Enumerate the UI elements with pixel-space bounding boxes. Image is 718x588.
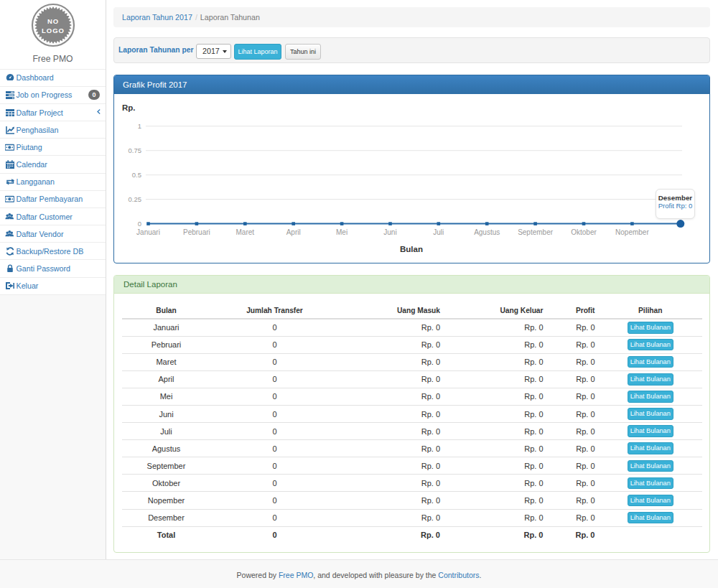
svg-text:Juli: Juli bbox=[433, 228, 444, 236]
svg-text:Bulan: Bulan bbox=[400, 245, 423, 253]
svg-text:Juni: Juni bbox=[383, 228, 396, 236]
svg-text:Agustus: Agustus bbox=[474, 228, 500, 236]
svg-text:Nopember: Nopember bbox=[615, 228, 649, 236]
svg-text:Maret: Maret bbox=[236, 228, 255, 236]
svg-text:0.75: 0.75 bbox=[129, 146, 142, 154]
svg-text:September: September bbox=[518, 228, 554, 236]
svg-text:Mei: Mei bbox=[336, 228, 348, 236]
svg-text:Oktober: Oktober bbox=[571, 228, 597, 236]
svg-text:April: April bbox=[286, 228, 301, 236]
svg-text:Rp.: Rp. bbox=[122, 103, 136, 112]
svg-text:NO: NO bbox=[47, 17, 59, 25]
svg-text:0.25: 0.25 bbox=[129, 195, 142, 203]
svg-text:0: 0 bbox=[138, 220, 141, 228]
svg-text:Januari: Januari bbox=[136, 228, 160, 236]
svg-text:Pebruari: Pebruari bbox=[183, 228, 210, 236]
svg-text:1: 1 bbox=[138, 122, 141, 130]
svg-text:0.5: 0.5 bbox=[132, 171, 141, 179]
svg-text:LOGO: LOGO bbox=[42, 27, 65, 34]
